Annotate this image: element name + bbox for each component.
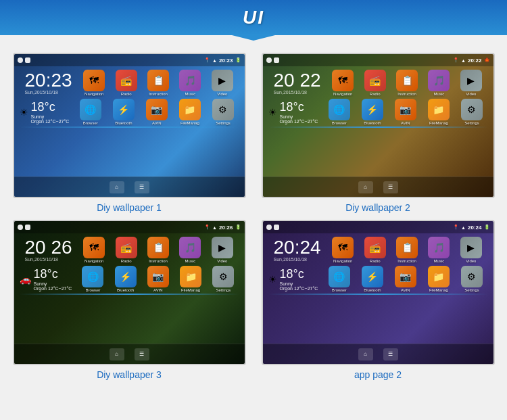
status-bar-1: 📍 ▲ 20:23 🔋 bbox=[14, 54, 245, 66]
video-app-1[interactable]: ▶ Video bbox=[207, 70, 237, 96]
avin-app-1[interactable]: 📷 AVIN bbox=[141, 99, 172, 125]
weather-label-2: Sunny bbox=[280, 114, 318, 119]
browser-app-2[interactable]: 🌐 Browser bbox=[323, 99, 355, 125]
header-bar: UI bbox=[0, 0, 507, 35]
music-app-2[interactable]: 🎵 Music bbox=[424, 70, 454, 96]
browser-app-4[interactable]: 🌐 Browser bbox=[323, 266, 355, 292]
radio-app-2[interactable]: 📻 Radio bbox=[360, 70, 390, 96]
instruction-app-1[interactable]: 📋 Instruction bbox=[143, 70, 173, 96]
weather-sub-1: Orgon 12°C~27°C bbox=[31, 119, 70, 124]
divider-2 bbox=[268, 126, 488, 128]
header-title: UI bbox=[243, 7, 264, 28]
android-ui-2: 📍 ▲ 20:22 🍁 20 22 Sun,2015/10/18 bbox=[263, 54, 493, 197]
video-icon-1: ▶ bbox=[212, 70, 233, 91]
settings-app-2[interactable]: ⚙ Settings bbox=[456, 99, 487, 125]
battery-icon-1: 🔋 bbox=[235, 57, 241, 63]
back-icon-2 bbox=[274, 57, 279, 63]
status-bar-3: 📍 ▲ 20:26 🔋 bbox=[14, 221, 245, 233]
nav-app-2[interactable]: 🗺 Navigation bbox=[328, 70, 358, 96]
avin-app-4[interactable]: 📷 AVIN bbox=[389, 266, 421, 292]
screen-frame-2: 📍 ▲ 20:22 🍁 20 22 Sun,2015/10/18 bbox=[262, 53, 495, 198]
bluetooth-app-1[interactable]: ⚡ Bluetooth bbox=[107, 99, 139, 125]
top-apps-1: 🗺 Navigation 📻 Radio 📋 Instruction bbox=[78, 68, 239, 97]
nav-app-3[interactable]: 🗺 Navigation bbox=[79, 237, 110, 263]
avin-label-1: AVIN bbox=[152, 121, 162, 125]
screen-frame-4: 📍 ▲ 20:24 🔋 20:24 Sun,2015/10/18 bbox=[262, 220, 495, 365]
file-app-2[interactable]: 📁 FileManag bbox=[422, 99, 454, 125]
signal-icon-4: ▲ bbox=[461, 225, 466, 230]
instruction-app-4[interactable]: 📋 Instruction bbox=[391, 237, 422, 263]
settings-app-4[interactable]: ⚙ Settings bbox=[456, 266, 487, 292]
location-icon-1: 📍 bbox=[204, 57, 210, 63]
avin-app-2[interactable]: 📷 AVIN bbox=[389, 99, 421, 125]
signal-icon-2: ▲ bbox=[461, 58, 466, 63]
weather-sun-icon-2: ☀ bbox=[268, 107, 277, 118]
bluetooth-label-1: Bluetooth bbox=[115, 121, 132, 125]
clock-date-1: Sun,2015/10/18 bbox=[25, 90, 72, 95]
video-app-2[interactable]: ▶ Video bbox=[456, 70, 486, 96]
bluetooth-app-4[interactable]: ⚡ Bluetooth bbox=[356, 266, 388, 292]
video-app-4[interactable]: ▶ Video bbox=[456, 237, 486, 263]
dock-btn-home-3[interactable]: ⌂ bbox=[110, 348, 124, 360]
weather-temp-2: 18°c bbox=[280, 100, 318, 114]
bottom-dock-3: ⌂ ☰ bbox=[14, 344, 245, 364]
back-icon-3 bbox=[25, 225, 30, 230]
radio-app-4[interactable]: 📻 Radio bbox=[360, 237, 390, 263]
music-app-1[interactable]: 🎵 Music bbox=[175, 70, 206, 96]
dock-btn-home-1[interactable]: ⌂ bbox=[110, 181, 124, 193]
clock-time-2: 20 22 bbox=[274, 71, 321, 90]
radio-icon-1: 📻 bbox=[116, 70, 137, 91]
status-bar-4: 📍 ▲ 20:24 🔋 bbox=[263, 221, 493, 233]
file-app-1[interactable]: 📁 FileManag bbox=[174, 99, 206, 125]
browser-app-1[interactable]: 🌐 Browser bbox=[74, 99, 106, 125]
clock-area-1: 20:23 Sun,2015/10/18 bbox=[20, 68, 78, 96]
radio-app-3[interactable]: 📻 Radio bbox=[111, 237, 141, 263]
settings-app-3[interactable]: ⚙ Settings bbox=[208, 266, 239, 292]
top-apps-2: 🗺 Navigation 📻 Radio 📋 Instruction bbox=[327, 68, 488, 97]
bluetooth-app-2[interactable]: ⚡ Bluetooth bbox=[356, 99, 388, 125]
dock-btn-menu-3[interactable]: ☰ bbox=[135, 348, 149, 360]
instruction-app-2[interactable]: 📋 Instruction bbox=[391, 70, 422, 96]
weather-label-3: Sunny bbox=[34, 281, 72, 286]
instruction-app-3[interactable]: 📋 Instruction bbox=[143, 237, 173, 263]
battery-icon-3: 🔋 bbox=[235, 225, 241, 230]
status-time-1: 20:23 bbox=[219, 57, 233, 64]
bluetooth-app-3[interactable]: ⚡ Bluetooth bbox=[110, 266, 141, 292]
dock-btn-home-2[interactable]: ⌂ bbox=[358, 181, 373, 193]
divider-3 bbox=[20, 294, 239, 295]
signal-icon-1: ▲ bbox=[212, 58, 217, 63]
bottom-dock-4: ⌂ ☰ bbox=[263, 344, 493, 364]
file-app-3[interactable]: 📁 FileManag bbox=[175, 266, 206, 292]
home-icon-2 bbox=[266, 57, 272, 63]
home-icon-3 bbox=[18, 225, 23, 230]
clock-time-4: 20:24 bbox=[274, 238, 321, 257]
browser-app-3[interactable]: 🌐 Browser bbox=[77, 266, 108, 292]
back-icon-1 bbox=[25, 57, 30, 63]
music-app-3[interactable]: 🎵 Music bbox=[175, 237, 206, 263]
dock-btn-menu-2[interactable]: ☰ bbox=[383, 181, 398, 193]
dock-btn-menu-4[interactable]: ☰ bbox=[383, 348, 398, 360]
avin-app-3[interactable]: 📷 AVIN bbox=[143, 266, 174, 292]
home-icon-1 bbox=[18, 57, 23, 63]
divider-4 bbox=[268, 294, 488, 295]
file-app-4[interactable]: 📁 FileManag bbox=[422, 266, 454, 292]
screen-grid: 📍 ▲ 20:23 🔋 20:23 Sun,2015/10/18 bbox=[0, 41, 507, 386]
dock-btn-home-4[interactable]: ⌂ bbox=[358, 348, 373, 360]
nav-app-1[interactable]: 🗺 Navigation bbox=[79, 70, 110, 96]
clock-time-3: 20 26 bbox=[25, 238, 72, 257]
screen-card-3: 📍 ▲ 20:26 🔋 20 26 Sun,2015/10/18 bbox=[8, 220, 250, 380]
settings-app-1[interactable]: ⚙ Settings bbox=[207, 99, 239, 125]
instruction-icon-1: 📋 bbox=[147, 70, 169, 91]
android-ui-3: 📍 ▲ 20:26 🔋 20 26 Sun,2015/10/18 bbox=[14, 221, 245, 364]
clock-area-2: 20 22 Sun,2015/10/18 bbox=[268, 68, 327, 96]
instruction-label-1: Instruction bbox=[149, 92, 168, 96]
nav-app-4[interactable]: 🗺 Navigation bbox=[328, 237, 358, 263]
radio-app-1[interactable]: 📻 Radio bbox=[111, 70, 141, 96]
clock-area-3: 20 26 Sun,2015/10/18 bbox=[20, 235, 78, 263]
file-icon-1: 📁 bbox=[179, 99, 201, 120]
video-app-3[interactable]: ▶ Video bbox=[207, 237, 237, 263]
radio-label-1: Radio bbox=[121, 92, 132, 96]
weather-row-4: ☀ 18°c Sunny Orgon 12°C~27°C 🌐 Browser bbox=[263, 264, 493, 294]
music-app-4[interactable]: 🎵 Music bbox=[424, 237, 454, 263]
dock-btn-menu-1[interactable]: ☰ bbox=[135, 181, 149, 193]
